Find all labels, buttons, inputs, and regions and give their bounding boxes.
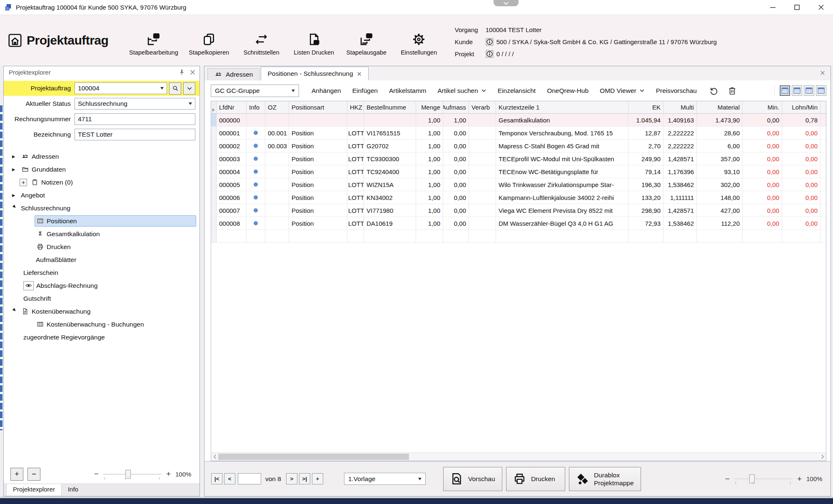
- column-header-hkz[interactable]: HKZ: [347, 101, 364, 113]
- zoom-out-icon[interactable]: −: [725, 474, 730, 484]
- table-row-000007[interactable]: 000007PositionLOTTVI7719801,000,00Viega …: [211, 204, 826, 217]
- zoom-slider[interactable]: [734, 478, 793, 479]
- table-row-000008[interactable]: 000008PositionLOTTDA106191,000,00DM Wass…: [211, 217, 826, 230]
- tree-item-drucken[interactable]: Drucken: [4, 240, 200, 253]
- column-header-positionsart[interactable]: Positionsart: [289, 101, 347, 113]
- scroll-right-icon[interactable]: [818, 454, 826, 459]
- expand-plus-icon[interactable]: +: [20, 179, 27, 186]
- projektauftrag-combo[interactable]: 100004: [75, 82, 167, 94]
- maximize-button[interactable]: [785, 0, 809, 15]
- row-selector[interactable]: [211, 127, 217, 139]
- tab-info[interactable]: Info: [62, 484, 85, 496]
- column-header-material[interactable]: Material: [697, 101, 743, 113]
- tab-positionen-schlussrechnung[interactable]: Positionen - Schlussrechnung: [261, 67, 368, 80]
- row-selector[interactable]: [211, 204, 217, 217]
- toolbar-button-einstellungen[interactable]: Einstellungen: [397, 32, 441, 56]
- tree-collapse-all-button[interactable]: −: [27, 468, 40, 481]
- column-header-aufmass[interactable]: Aufmass: [443, 101, 469, 113]
- tree-item-kosten-berwachung-buchungen[interactable]: Kostenüberwachung - Buchungen: [4, 318, 200, 331]
- zoom-in-icon[interactable]: +: [797, 474, 802, 484]
- status-select[interactable]: Schlussrechnung: [75, 98, 195, 110]
- prev-page-button[interactable]: <: [224, 473, 235, 484]
- tab-projektexplorer[interactable]: Projektexplorer: [6, 484, 62, 496]
- table-row-000006[interactable]: 000006PositionLOTTKN340021,000,00Kampman…: [211, 191, 826, 204]
- row-selector[interactable]: [211, 152, 217, 165]
- menu-item-oneqrew-hub[interactable]: OneQrew-Hub: [547, 87, 589, 95]
- zoom-slider-thumb[interactable]: [125, 470, 131, 479]
- column-header-ek[interactable]: EK: [628, 101, 663, 113]
- row-selector[interactable]: [211, 140, 217, 152]
- info-icon[interactable]: [486, 50, 494, 58]
- column-header-min[interactable]: Min.: [743, 101, 782, 113]
- table-row-000002[interactable]: 00000200.003PositionLOTTG207021,000,00Ma…: [211, 140, 826, 152]
- panel-close-icon[interactable]: [189, 69, 196, 76]
- trash-icon[interactable]: [728, 86, 737, 95]
- tree-item-gutschrift[interactable]: Gutschrift: [4, 292, 200, 305]
- info-icon[interactable]: [486, 38, 494, 46]
- zoom-out-icon[interactable]: −: [94, 469, 99, 479]
- scrollbar-thumb[interactable]: [218, 454, 409, 460]
- rechnungsnummer-input[interactable]: 4711: [75, 113, 195, 125]
- table-row-000000[interactable]: 0000001,001,00Gesamtkalkulation1.045,941…: [211, 114, 826, 127]
- expand-icon[interactable]: ▶: [12, 193, 20, 197]
- column-header-multi[interactable]: Multi: [663, 101, 697, 113]
- drucken-button[interactable]: Drucken: [506, 467, 565, 491]
- tree-item-aufma-bl-tter[interactable]: Aufmaßblätter: [4, 253, 200, 266]
- column-header-verarb[interactable]: Verarb: [469, 101, 496, 113]
- minimize-button[interactable]: [761, 0, 785, 15]
- zoom-slider[interactable]: [103, 474, 162, 475]
- toolbar-button-stapelbearbeitung[interactable]: Stapelbearbeitung: [129, 32, 178, 56]
- tree-expand-all-button[interactable]: +: [10, 468, 23, 481]
- tab-close-icon[interactable]: [357, 71, 362, 77]
- menu-item-einf-gen[interactable]: Einfügen: [352, 87, 378, 95]
- screen-share-chevron[interactable]: [494, 0, 519, 6]
- view-mode-button-1[interactable]: [780, 85, 790, 96]
- zoom-in-icon[interactable]: +: [166, 469, 171, 479]
- tree-item-schlussrechnung[interactable]: ▶Schlussrechnung: [4, 202, 200, 215]
- column-header-oz[interactable]: OZ: [265, 101, 289, 113]
- tree-item-angebot[interactable]: ▶Angebot: [4, 189, 200, 202]
- toolbar-button-stapelkopieren[interactable]: Stapelkopieren: [187, 32, 231, 56]
- tree-item-notizen-0[interactable]: +Notizen (0): [4, 176, 200, 189]
- tree-item-positionen[interactable]: Positionen: [4, 215, 200, 227]
- tree-item-adressen[interactable]: ▶Adressen: [4, 150, 200, 163]
- undo-icon[interactable]: [709, 86, 718, 95]
- tree-item-grunddaten[interactable]: ▶Grunddaten: [4, 163, 200, 176]
- row-selector[interactable]: [211, 165, 217, 178]
- search-button[interactable]: [169, 82, 181, 95]
- last-page-button[interactable]: >|: [299, 473, 310, 484]
- tab-adressen[interactable]: Adressen: [207, 68, 259, 80]
- durablox-projektmappe-button[interactable]: DurabloxProjektmappe: [569, 467, 641, 491]
- tree-item-kosten-berwachung[interactable]: ▶Kostenüberwachung: [4, 305, 200, 318]
- tabgroup-close-icon[interactable]: [820, 70, 826, 76]
- column-header-lohn-min[interactable]: Lohn/Min: [782, 101, 821, 113]
- tree-item-lieferschein[interactable]: Lieferschein: [4, 266, 200, 279]
- view-mode-button-2[interactable]: [792, 85, 802, 96]
- row-selector[interactable]: [211, 178, 217, 191]
- row-selector[interactable]: [211, 230, 217, 242]
- zoom-slider-thumb[interactable]: [749, 474, 755, 483]
- column-header-bestellnumme[interactable]: Bestellnumme: [364, 101, 416, 113]
- toolbar-button-stapelausgabe[interactable]: Stapelausgabe: [345, 32, 388, 56]
- tree-item-zugeordnete-regievorg-nge[interactable]: zugeordnete Regievorgänge: [4, 331, 200, 344]
- table-row-000005[interactable]: 000005PositionLOTTWIZN15A1,000,00Wilo Tr…: [211, 178, 826, 191]
- pin-icon[interactable]: [178, 69, 185, 76]
- tree-item-gesamtkalkulation[interactable]: ΣGesamtkalkulation: [4, 227, 200, 240]
- column-header-lfdnr[interactable]: LfdNr: [217, 101, 247, 113]
- bezeichnung-input[interactable]: TEST Lotter: [75, 129, 195, 140]
- column-header-menge[interactable]: Menge: [416, 101, 443, 113]
- table-row-empty[interactable]: [211, 230, 826, 243]
- table-row-000003[interactable]: 000003PositionLOTTTC93003001,000,00TECEp…: [211, 152, 826, 165]
- column-header-info[interactable]: Info: [247, 101, 265, 113]
- tree-item-abschlags-rechnung[interactable]: Abschlags-Rechnung: [4, 279, 200, 292]
- next-page-button[interactable]: >: [286, 473, 297, 484]
- expand-icon[interactable]: ▶: [12, 154, 20, 159]
- toolbar-button-schnittstellen[interactable]: Schnittstellen: [240, 32, 283, 56]
- toolbar-button-listen-drucken[interactable]: Listen Drucken: [292, 32, 336, 56]
- add-row-button[interactable]: +: [312, 473, 323, 484]
- expand-icon[interactable]: ▶: [12, 167, 20, 172]
- vorlage-select[interactable]: 1.Vorlage: [344, 473, 426, 485]
- view-mode-button-4[interactable]: [816, 85, 826, 96]
- gc-gruppe-select[interactable]: GC GC-Gruppe: [211, 85, 299, 97]
- horizontal-scrollbar[interactable]: [211, 452, 826, 461]
